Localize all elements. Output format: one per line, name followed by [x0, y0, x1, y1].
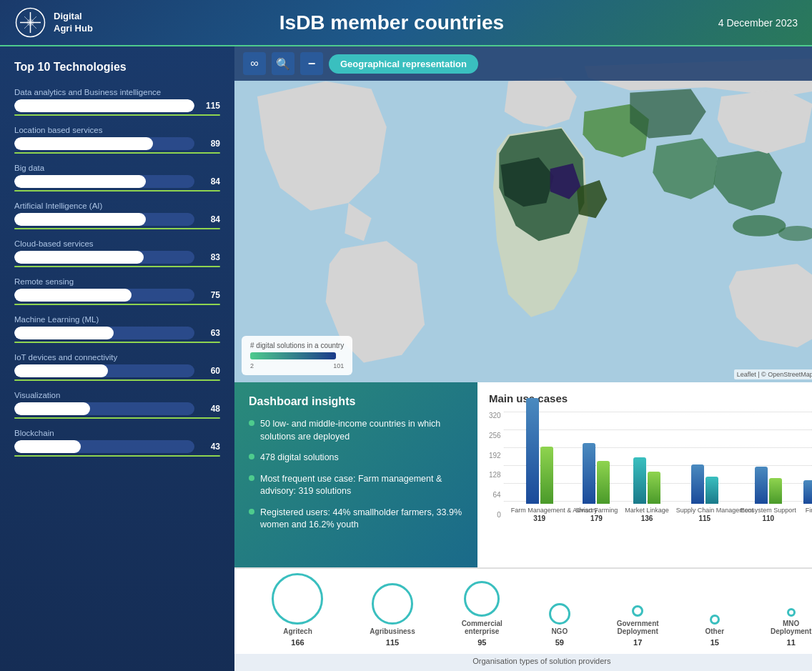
- tech-value: 83: [200, 252, 220, 262]
- logo-icon: [14, 6, 46, 39]
- chart-y-axis: 320 256 192 128 64 0: [489, 412, 504, 519]
- world-map: # digital solutions in a country 2 101 L…: [234, 46, 812, 382]
- tech-bar-bg: [14, 251, 194, 264]
- header: Digital Agri Hub IsDB member countries 4…: [0, 0, 812, 46]
- bar-primary: [755, 467, 768, 504]
- tech-accent-bar: [14, 342, 220, 343]
- bar-group: Farm Management & Advisory 319: [511, 397, 568, 522]
- bar-wrapper: [803, 397, 812, 504]
- tech-item: Big data 84: [14, 164, 220, 192]
- legend-label: # digital solutions in a country: [250, 342, 344, 349]
- tech-value: 115: [200, 101, 220, 111]
- tech-label: IoT devices and connectivity: [14, 353, 220, 362]
- page-title: IsDB member countries: [93, 11, 690, 34]
- insight-dot: [249, 420, 254, 426]
- tech-value: 63: [200, 328, 220, 338]
- bar-primary: [691, 464, 704, 504]
- tech-bar-bg: [14, 175, 194, 188]
- sidebar-title: Top 10 Technologies: [14, 61, 220, 74]
- bar-wrapper: [755, 397, 782, 504]
- org-item: MNODeployment 11: [771, 608, 811, 647]
- tech-label: Location based services: [14, 126, 220, 134]
- org-label: GovernmentDeployment: [617, 620, 659, 635]
- org-label: NGO: [551, 627, 568, 635]
- org-circle: [549, 603, 570, 625]
- tech-label: Blockchain: [14, 429, 220, 437]
- tech-accent-bar: [14, 266, 220, 267]
- tech-bar-fill: [14, 213, 146, 226]
- tech-bar-row: 43: [14, 440, 220, 453]
- org-circle: [372, 583, 413, 625]
- search-button[interactable]: 🔍: [272, 52, 294, 75]
- insights-list: 50 low- and middle-income countries in w…: [249, 418, 463, 532]
- org-label: Agribusiness: [370, 627, 415, 635]
- tech-value: 89: [200, 139, 220, 149]
- org-circle: [464, 581, 500, 617]
- bar-secondary: [705, 477, 718, 504]
- tech-bar-row: 84: [14, 175, 220, 188]
- org-item: NGO 59: [549, 603, 570, 647]
- org-types-section: Agritech 166 Agribusiness 115 Commercial…: [234, 568, 812, 654]
- dashboard-insights: Dashboard insights 50 low- and middle-in…: [234, 382, 477, 567]
- tech-value: 43: [200, 442, 220, 452]
- map-attribution: Leaflet | © OpenStreetMap contribu...: [734, 369, 812, 379]
- tech-bar-row: 63: [14, 327, 220, 339]
- middle-row: Dashboard insights 50 low- and middle-in…: [234, 382, 812, 567]
- bar-secondary: [540, 447, 553, 504]
- org-types-title: Organisation types of solution providers: [234, 654, 812, 671]
- org-value: 11: [787, 638, 796, 647]
- header-date: 4 December 2023: [690, 17, 798, 29]
- tech-item: Location based services 89: [14, 126, 220, 154]
- insight-text: 50 low- and middle-income countries in w…: [260, 418, 463, 443]
- svg-point-3: [733, 215, 786, 237]
- tech-label: Cloud-based services: [14, 239, 220, 248]
- org-types-row: Agritech 166 Agribusiness 115 Commercial…: [234, 567, 812, 671]
- tech-accent-bar: [14, 114, 220, 116]
- legend-labels: 2 101: [250, 362, 344, 369]
- world-map-svg: [234, 46, 812, 382]
- bar-label: Ecosystem Support: [741, 507, 796, 515]
- insight-item: 478 digital solutions: [249, 452, 463, 464]
- tech-bar-bg: [14, 440, 194, 453]
- tech-bar-bg: [14, 137, 194, 150]
- zoom-infinity-button[interactable]: ∞: [243, 52, 266, 75]
- zoom-out-button[interactable]: −: [300, 52, 323, 75]
- tech-accent-bar: [14, 304, 220, 305]
- org-value: 59: [555, 638, 564, 647]
- bar-label: Market Linkage: [625, 507, 669, 515]
- bar-secondary: [769, 478, 782, 504]
- org-value: 17: [633, 638, 642, 647]
- insight-dot: [249, 509, 254, 515]
- sidebar: Top 10 Technologies Data analytics and B…: [0, 46, 234, 671]
- tech-bar-row: 83: [14, 251, 220, 264]
- insight-dot: [249, 475, 254, 481]
- tech-value: 75: [200, 290, 220, 300]
- chart-area: 320 256 192 128 64 0: [489, 412, 812, 544]
- bar-wrapper: [526, 397, 553, 504]
- bar-group: Smart Farming 179: [575, 397, 618, 522]
- tech-bar-fill: [14, 175, 146, 188]
- map-top-bar: ∞ 🔍 − Geographical representation: [234, 46, 812, 81]
- insight-text: Registered users: 44% smallholder farmer…: [260, 507, 463, 532]
- tech-item: Cloud-based services 83: [14, 239, 220, 267]
- bar-label: Smart Farming: [575, 507, 618, 515]
- tech-bar-fill: [14, 440, 81, 453]
- insight-item: Registered users: 44% smallholder farmer…: [249, 507, 463, 532]
- bar-value: 110: [762, 515, 774, 522]
- tech-bar-row: 115: [14, 99, 220, 112]
- bar-label: Finance: [806, 507, 812, 515]
- org-label: MNODeployment: [771, 620, 811, 635]
- tech-bar-row: 60: [14, 364, 220, 377]
- geo-representation-badge: Geographical representation: [329, 54, 478, 74]
- bar-secondary: [648, 472, 660, 504]
- tech-bar-fill: [14, 99, 194, 112]
- tech-accent-bar: [14, 190, 220, 192]
- tech-accent-bar: [14, 417, 220, 419]
- org-item: Agritech 166: [272, 573, 323, 647]
- tech-item: Blockchain 43: [14, 429, 220, 457]
- tech-label: Visualization: [14, 391, 220, 399]
- tech-bar-bg: [14, 99, 194, 112]
- map-legend: # digital solutions in a country 2 101: [242, 336, 352, 375]
- org-item: GovernmentDeployment 17: [617, 605, 659, 647]
- tech-value: 84: [200, 214, 220, 224]
